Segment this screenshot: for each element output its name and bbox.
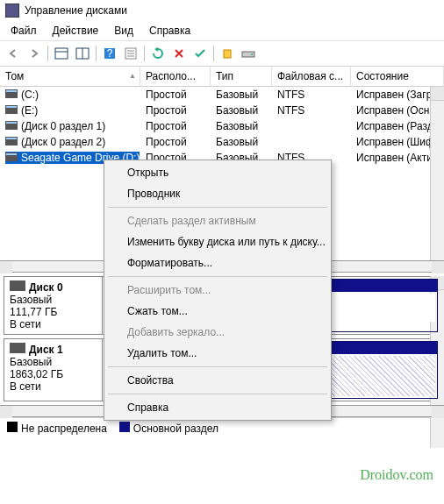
back-button[interactable] [4, 44, 23, 63]
properties-icon[interactable] [121, 44, 140, 63]
help-icon[interactable]: ? [100, 44, 119, 63]
disk-icon [10, 280, 25, 291]
new-icon[interactable] [218, 44, 237, 63]
table-row[interactable]: (E:)ПростойБазовыйNTFSИсправен (Осн... [0, 103, 444, 118]
panel-top-icon[interactable] [52, 44, 71, 63]
table-row[interactable]: (Диск 0 раздел 1)ПростойБазовыйИсправен … [0, 118, 444, 134]
scroll-up-icon[interactable] [431, 87, 444, 101]
context-menu-item[interactable]: Форматировать... [106, 252, 329, 273]
context-menu-item: Расширить том... [106, 280, 329, 301]
watermark: Droidov.com [360, 467, 433, 483]
disk-icon [5, 137, 18, 146]
context-menu: ОткрытьПроводникСделать раздел активнымИ… [104, 160, 332, 421]
delete-icon[interactable] [169, 44, 189, 63]
svg-rect-10 [224, 50, 231, 58]
menu-view[interactable]: Вид [107, 23, 140, 39]
menu-help[interactable]: Справка [142, 23, 197, 39]
window-title: Управление дисками [25, 4, 127, 17]
square-icon [119, 422, 130, 432]
scroll-right-icon[interactable] [432, 406, 444, 418]
context-menu-item[interactable]: Удалить том... [106, 343, 329, 364]
disk-icon [5, 121, 18, 130]
col-loc[interactable]: Располо... [140, 67, 211, 86]
menu-action[interactable]: Действие [46, 23, 106, 39]
svg-rect-0 [55, 48, 68, 59]
volume-list-header: Том▲ Располо... Тип Файловая с... Состоя… [0, 67, 444, 87]
svg-text:?: ? [107, 47, 113, 60]
col-state[interactable]: Состояние [351, 67, 444, 86]
svg-point-12 [251, 53, 253, 55]
square-icon [7, 422, 18, 432]
context-menu-item: Сделать раздел активным [106, 210, 329, 231]
table-row[interactable]: (C:)ПростойБазовыйNTFSИсправен (Загр... [0, 87, 444, 103]
title-bar: Управление дисками [0, 0, 444, 21]
menu-bar: Файл Действие Вид Справка [0, 21, 444, 41]
disk-icon [10, 343, 25, 353]
checklist-icon[interactable] [190, 44, 210, 63]
context-menu-item[interactable]: Открыть [106, 162, 329, 183]
forward-button[interactable] [25, 44, 44, 63]
disk-icon [5, 89, 18, 98]
panel-split-icon[interactable] [73, 44, 92, 63]
context-menu-item[interactable]: Свойства [106, 370, 329, 391]
toolbar: ? [0, 41, 444, 67]
col-type[interactable]: Тип [211, 67, 272, 86]
drive-icon[interactable] [239, 44, 258, 63]
app-icon [5, 4, 19, 18]
scroll-left-icon[interactable] [0, 406, 12, 418]
context-menu-item[interactable]: Сжать том... [106, 301, 329, 322]
refresh-icon[interactable] [148, 44, 168, 63]
disk-icon [5, 153, 18, 161]
context-menu-item[interactable]: Справка [106, 397, 329, 418]
context-menu-item[interactable]: Проводник [106, 183, 329, 204]
context-menu-item: Добавить зеркало... [106, 322, 329, 343]
col-tom[interactable]: Том▲ [0, 67, 140, 86]
col-fs[interactable]: Файловая с... [272, 67, 351, 86]
legend-primary: Основной раздел [119, 422, 218, 435]
vscroll[interactable] [430, 87, 444, 260]
table-row[interactable]: (Диск 0 раздел 2)ПростойБазовыйИсправен … [0, 134, 444, 150]
menu-file[interactable]: Файл [4, 23, 44, 39]
scroll-left-icon[interactable] [0, 261, 12, 273]
scroll-right-icon[interactable] [432, 261, 444, 273]
legend-unallocated: Не распределена [7, 422, 107, 435]
context-menu-item[interactable]: Изменить букву диска или путь к диску... [106, 231, 329, 252]
disk-icon [5, 105, 18, 114]
